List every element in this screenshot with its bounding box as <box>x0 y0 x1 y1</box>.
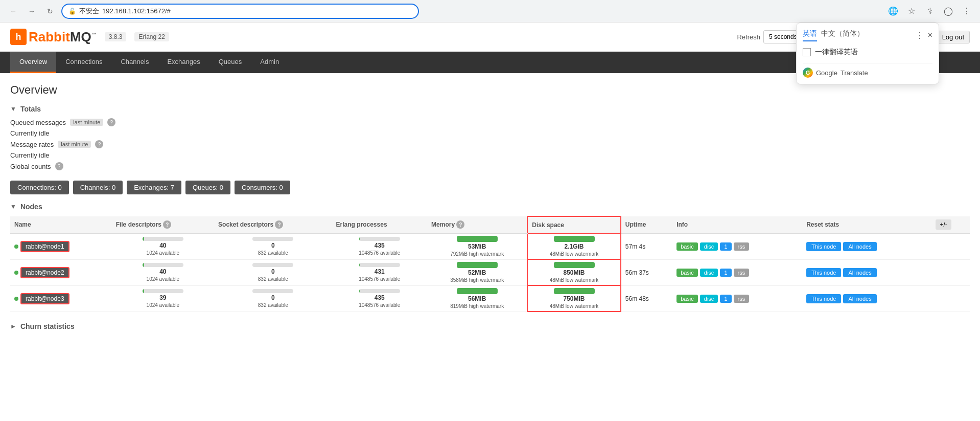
translate-button[interactable]: 🌐 <box>886 4 900 18</box>
info-basic-badge[interactable]: basic <box>676 242 698 251</box>
info-rss-badge[interactable]: rss <box>734 242 750 251</box>
file-desc-value: 39 <box>159 294 166 301</box>
socket-desc-bar <box>252 289 293 293</box>
file-desc-cell-0: 401024 available <box>112 233 214 259</box>
security-label: 不安全 <box>79 7 99 16</box>
this-node-button[interactable]: This node <box>806 268 841 277</box>
translate-option: 一律翻译英语 <box>803 48 932 57</box>
channels-stat-button[interactable]: Channels: 0 <box>73 181 123 194</box>
translate-close-button[interactable]: × <box>928 31 932 40</box>
churn-arrow-icon: ► <box>10 323 16 330</box>
memory-cell-1: 52MiB358MiB high watermark <box>427 259 527 285</box>
plus-minus-button[interactable]: +/- <box>936 219 951 230</box>
info-disc-badge[interactable]: disc <box>700 242 718 251</box>
info-basic-badge[interactable]: basic <box>676 295 698 303</box>
queued-idle-row: Currently idle <box>10 129 970 137</box>
reload-button[interactable]: ↻ <box>43 4 57 18</box>
file-desc-sub: 1024 available <box>147 276 180 282</box>
churn-section[interactable]: ► Churn statistics <box>10 322 970 330</box>
node-name-badge[interactable]: rabbit@node1 <box>20 241 69 252</box>
file-desc-sub: 1024 available <box>147 250 180 256</box>
node-name-cell-1: rabbit@node2 <box>10 259 112 285</box>
totals-section-title: Totals <box>20 105 41 113</box>
translate-label: Translate <box>841 69 868 77</box>
connections-stat-button[interactable]: Connections: 0 <box>10 181 69 194</box>
info-rss-badge[interactable]: rss <box>734 295 750 303</box>
node-name-badge[interactable]: rabbit@node3 <box>20 293 69 304</box>
queued-help-icon[interactable]: ? <box>107 118 115 126</box>
address-bar[interactable]: 🔓 不安全 192.168.1.102:15672/# <box>61 4 419 19</box>
memory-value: 56MiB <box>468 295 486 302</box>
disk-bar <box>554 288 595 294</box>
disk-fill <box>554 288 578 294</box>
logo: h RabbitMQ™ <box>10 29 97 45</box>
nav-item-exchanges[interactable]: Exchanges <box>158 52 209 73</box>
nav-item-overview[interactable]: Overview <box>10 52 56 73</box>
logo-tm-text: ™ <box>91 32 97 37</box>
stats-buttons-row: Connections: 0 Channels: 0 Exchanges: 7 … <box>10 181 970 194</box>
file-desc-value: 40 <box>159 242 166 249</box>
erlang-value: 435 <box>375 242 385 249</box>
memory-help-icon[interactable]: ? <box>456 220 464 229</box>
nav-item-queues[interactable]: Queues <box>209 52 251 73</box>
node-name-badge[interactable]: rabbit@node2 <box>20 267 69 278</box>
disk-bar <box>554 236 595 242</box>
socket-desc-help-icon[interactable]: ? <box>275 220 283 229</box>
forward-button[interactable]: → <box>25 4 39 18</box>
info-basic-badge[interactable]: basic <box>676 269 698 277</box>
erlang-fill <box>359 263 360 267</box>
extension-button[interactable]: ⚕ <box>923 4 937 18</box>
logout-button[interactable]: Log out <box>937 31 970 43</box>
all-nodes-button[interactable]: All nodes <box>843 242 876 251</box>
info-num-badge[interactable]: 1 <box>720 295 731 303</box>
global-counts-help-icon[interactable]: ? <box>55 162 63 170</box>
erlang-bar <box>359 289 400 293</box>
translate-more-icon[interactable]: ⋮ <box>916 31 924 40</box>
totals-section: ▼ Totals Queued messages last minute ? C… <box>10 105 970 170</box>
totals-section-header[interactable]: ▼ Totals <box>10 105 970 113</box>
translate-lang-chinese[interactable]: 中文（简体） <box>821 29 864 41</box>
file-desc-cell-2: 391024 available <box>112 285 214 312</box>
memory-cell-2: 56MiB819MiB high watermark <box>427 285 527 312</box>
info-num-badge[interactable]: 1 <box>720 242 731 251</box>
totals-arrow-icon: ▼ <box>10 105 16 113</box>
back-button[interactable]: ← <box>6 4 20 18</box>
info-num-badge[interactable]: 1 <box>720 269 731 277</box>
erlang-sub: 1048576 available <box>359 276 400 282</box>
extra-cell-1 <box>931 259 970 285</box>
nodes-section-header[interactable]: ▼ Nodes <box>10 203 970 211</box>
all-nodes-button[interactable]: All nodes <box>843 268 876 277</box>
profile-button[interactable]: ◯ <box>941 4 955 18</box>
nodes-section-title: Nodes <box>20 203 42 211</box>
translate-checkbox[interactable] <box>803 48 811 56</box>
memory-fill <box>457 262 463 268</box>
nav-item-connections[interactable]: Connections <box>56 52 111 73</box>
nav-item-admin[interactable]: Admin <box>251 52 288 73</box>
disk-bar <box>554 262 595 268</box>
menu-button[interactable]: ⋮ <box>960 4 974 18</box>
bookmark-button[interactable]: ☆ <box>904 4 919 18</box>
info-disc-badge[interactable]: disc <box>700 295 718 303</box>
all-nodes-button[interactable]: All nodes <box>843 294 876 303</box>
nav-item-channels[interactable]: Channels <box>111 52 158 73</box>
this-node-button[interactable]: This node <box>806 242 841 251</box>
consumers-stat-button[interactable]: Consumers: 0 <box>235 181 290 194</box>
col-socket-desc: Socket descriptors ? <box>214 216 332 233</box>
memory-bar <box>457 288 498 294</box>
queued-messages-label: Queued messages <box>10 119 66 126</box>
queues-stat-button[interactable]: Queues: 0 <box>185 181 230 194</box>
global-counts-label: Global counts <box>10 163 51 170</box>
logo-rabbit-text: Rabbit <box>29 29 70 45</box>
table-row: rabbit@node1401024 available0832 availab… <box>10 233 970 259</box>
info-rss-badge[interactable]: rss <box>734 269 750 277</box>
node-name-cell-0: rabbit@node1 <box>10 233 112 259</box>
translate-lang-english[interactable]: 英语 <box>803 29 817 41</box>
erlang-sub: 1048576 available <box>359 250 400 256</box>
disk-value: 2.1GiB <box>565 243 584 250</box>
file-desc-help-icon[interactable]: ? <box>163 220 171 229</box>
rates-help-icon[interactable]: ? <box>95 140 103 148</box>
info-badges: basic disc 1 rss <box>676 242 798 251</box>
exchanges-stat-button[interactable]: Exchanges: 7 <box>127 181 181 194</box>
this-node-button[interactable]: This node <box>806 294 841 303</box>
info-disc-badge[interactable]: disc <box>700 269 718 277</box>
